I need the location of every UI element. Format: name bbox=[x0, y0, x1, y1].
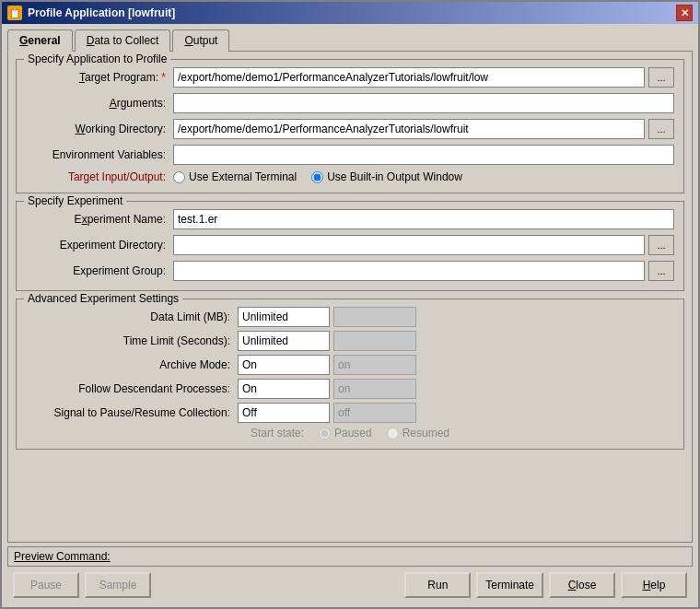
close-icon[interactable]: ✕ bbox=[676, 5, 693, 21]
archive-mode-label: Archive Mode: bbox=[26, 358, 238, 371]
target-browse-button[interactable]: ... bbox=[648, 67, 674, 88]
exp-name-input[interactable] bbox=[173, 209, 674, 229]
archive-mode-extra-input bbox=[333, 355, 416, 375]
exp-dir-input[interactable] bbox=[173, 235, 645, 255]
env-vars-input[interactable] bbox=[173, 145, 674, 165]
working-dir-input[interactable] bbox=[173, 119, 645, 139]
follow-desc-label: Follow Descendant Processes: bbox=[26, 382, 238, 395]
env-vars-label: Environment Variables: bbox=[26, 148, 173, 161]
follow-desc-select[interactable]: On Off bbox=[238, 379, 330, 399]
data-limit-row: Data Limit (MB): Unlimited 256 512 1024 bbox=[26, 307, 674, 327]
time-limit-select[interactable]: Unlimited 60 120 300 bbox=[238, 331, 330, 351]
preview-command-label: Preview Command: bbox=[14, 550, 111, 563]
target-program-label: Target Program: * bbox=[26, 71, 173, 84]
start-state-row: Start state: Paused Resumed bbox=[26, 427, 674, 439]
preview-command-bar: Preview Command: bbox=[7, 546, 693, 567]
right-button-group: Run Terminate Close Help bbox=[404, 572, 687, 598]
window-icon: 📋 bbox=[7, 6, 22, 20]
title-bar: 📋 Profile Application [lowfruit] ✕ bbox=[2, 2, 698, 24]
target-io-label: Target Input/Output: bbox=[26, 170, 173, 183]
data-limit-select[interactable]: Unlimited 256 512 1024 bbox=[238, 307, 330, 327]
exp-dir-browse-button[interactable]: ... bbox=[648, 235, 674, 255]
start-state-label: Start state: bbox=[251, 427, 304, 439]
run-button[interactable]: Run bbox=[404, 572, 471, 598]
close-button[interactable]: Close bbox=[549, 572, 615, 598]
data-limit-combo: Unlimited 256 512 1024 bbox=[238, 307, 330, 327]
target-program-input[interactable] bbox=[173, 67, 645, 88]
signal-row: Signal to Pause/Resume Collection: Off S… bbox=[26, 403, 674, 423]
tab-bar: General Data to Collect Output bbox=[7, 29, 693, 52]
main-window: 📋 Profile Application [lowfruit] ✕ Gener… bbox=[0, 0, 700, 609]
target-io-row: Target Input/Output: Use External Termin… bbox=[26, 170, 674, 183]
signal-select[interactable]: Off SIGUSR1 SIGUSR2 bbox=[238, 403, 330, 423]
external-terminal-radio[interactable] bbox=[173, 171, 185, 183]
paused-option[interactable]: Paused bbox=[319, 427, 372, 439]
signal-combo: Off SIGUSR1 SIGUSR2 bbox=[238, 403, 330, 423]
working-dir-browse-button[interactable]: ... bbox=[648, 119, 674, 139]
exp-dir-row: Experiment Directory: ... bbox=[26, 235, 674, 255]
signal-label: Signal to Pause/Resume Collection: bbox=[26, 406, 238, 419]
external-terminal-option[interactable]: Use External Terminal bbox=[173, 170, 297, 183]
exp-dir-label: Experiment Directory: bbox=[26, 239, 173, 252]
specify-app-title: Specify Application to Profile bbox=[24, 53, 170, 65]
archive-mode-combo: On Off bbox=[238, 355, 330, 375]
specify-experiment-section: Specify Experiment Experiment Name: Expe… bbox=[16, 201, 684, 291]
help-button[interactable]: Help bbox=[621, 572, 687, 598]
tab-data-to-collect[interactable]: Data to Collect bbox=[75, 29, 171, 52]
arguments-row: Arguments: bbox=[26, 93, 674, 113]
exp-group-input[interactable] bbox=[173, 261, 645, 281]
time-limit-combo: Unlimited 60 120 300 bbox=[238, 331, 330, 351]
exp-group-row: Experiment Group: ... bbox=[26, 261, 674, 281]
advanced-title: Advanced Experiment Settings bbox=[24, 292, 182, 305]
follow-desc-combo: On Off bbox=[238, 379, 330, 399]
env-vars-row: Environment Variables: bbox=[26, 145, 674, 165]
tab-output[interactable]: Output bbox=[172, 29, 229, 52]
advanced-section: Advanced Experiment Settings Data Limit … bbox=[16, 299, 684, 450]
terminate-button[interactable]: Terminate bbox=[476, 572, 543, 598]
target-io-radio-group: Use External Terminal Use Built-in Outpu… bbox=[173, 170, 462, 183]
signal-extra-input bbox=[333, 403, 416, 423]
pause-button[interactable]: Pause bbox=[13, 572, 79, 598]
left-button-group: Pause Sample bbox=[13, 572, 151, 598]
window-content: General Data to Collect Output Specify A… bbox=[2, 24, 698, 607]
resumed-radio bbox=[387, 427, 399, 439]
archive-mode-select[interactable]: On Off bbox=[238, 355, 330, 375]
working-dir-row: Working Directory: ... bbox=[26, 119, 674, 139]
archive-mode-row: Archive Mode: On Off bbox=[26, 355, 674, 375]
exp-name-label: Experiment Name: bbox=[26, 213, 173, 226]
data-limit-extra-input[interactable] bbox=[333, 307, 416, 327]
follow-desc-row: Follow Descendant Processes: On Off bbox=[26, 379, 674, 399]
data-limit-label: Data Limit (MB): bbox=[26, 310, 238, 323]
exp-name-row: Experiment Name: bbox=[26, 209, 674, 229]
exp-group-browse-button[interactable]: ... bbox=[648, 261, 674, 281]
paused-radio bbox=[319, 427, 331, 439]
builtin-output-radio[interactable] bbox=[311, 171, 323, 183]
time-limit-extra-input[interactable] bbox=[333, 331, 416, 351]
specify-experiment-title: Specify Experiment bbox=[24, 194, 126, 207]
follow-desc-extra-input bbox=[333, 379, 416, 399]
resumed-option[interactable]: Resumed bbox=[387, 427, 449, 439]
builtin-output-option[interactable]: Use Built-in Output Window bbox=[311, 170, 462, 183]
time-limit-label: Time Limit (Seconds): bbox=[26, 334, 238, 347]
sample-button[interactable]: Sample bbox=[85, 572, 151, 598]
time-limit-row: Time Limit (Seconds): Unlimited 60 120 3… bbox=[26, 331, 674, 351]
working-dir-label: Working Directory: bbox=[26, 123, 173, 135]
specify-app-section: Specify Application to Profile Target Pr… bbox=[16, 59, 684, 193]
bottom-bar: Pause Sample Run Terminate Close Help bbox=[7, 567, 693, 602]
arguments-label: Arguments: bbox=[26, 97, 173, 110]
exp-group-label: Experiment Group: bbox=[26, 264, 173, 277]
tab-general[interactable]: General bbox=[7, 29, 73, 52]
target-program-row: Target Program: * ... bbox=[26, 67, 674, 88]
main-panel: Specify Application to Profile Target Pr… bbox=[7, 51, 693, 543]
arguments-input[interactable] bbox=[173, 93, 674, 113]
window-title: Profile Application [lowfruit] bbox=[28, 6, 175, 19]
